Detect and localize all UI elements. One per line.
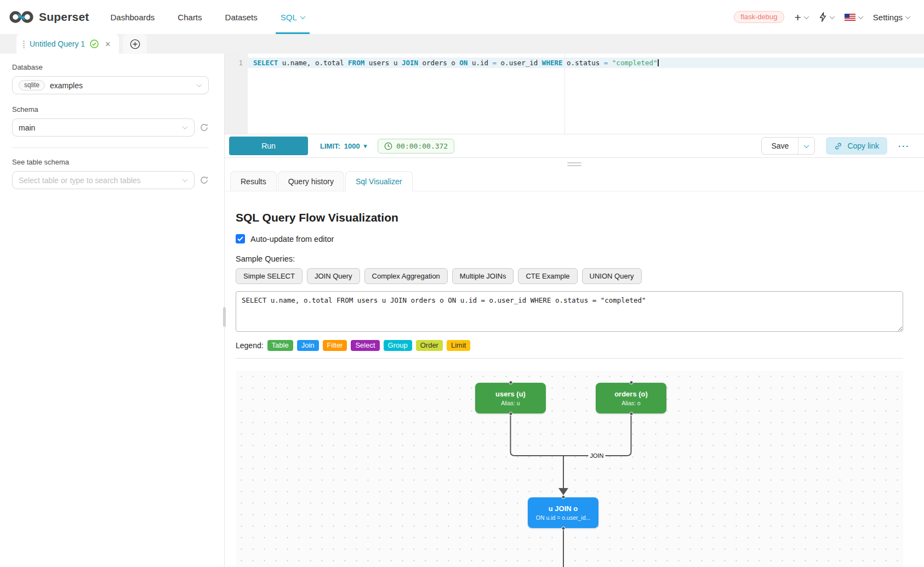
environment-tag: flask-debug: [734, 11, 784, 23]
sql-token-op: =: [493, 59, 497, 67]
flow-node-users[interactable]: users (u)Alias: u: [475, 383, 546, 413]
check-circle-icon: [90, 39, 99, 48]
flow-node-join[interactable]: u JOIN oON u.id = o.user_id...: [528, 497, 598, 528]
nav-item-sql[interactable]: SQL: [269, 0, 316, 34]
nav-item-label: Dashboards: [110, 13, 155, 22]
flow-edges: [236, 371, 903, 567]
add-query-tab-button[interactable]: [123, 34, 147, 54]
run-button[interactable]: Run: [229, 137, 308, 155]
caret-down-icon: ▾: [364, 143, 367, 150]
editor-code-area[interactable]: SELECT u.name, o.total FROM users u JOIN…: [248, 54, 924, 134]
nav-item-label: Datasets: [225, 13, 258, 22]
save-dropdown-button[interactable]: [798, 138, 814, 154]
more-actions-button[interactable]: ···: [898, 141, 910, 151]
close-icon[interactable]: ✕: [105, 40, 111, 48]
auto-update-checkbox[interactable]: [236, 234, 245, 243]
database-label: Database: [12, 63, 209, 71]
pane-resize-handle[interactable]: [567, 162, 581, 168]
node-subtitle: Alias: o: [621, 400, 640, 406]
settings-label: Settings: [873, 13, 903, 22]
sql-token-plain: users u: [364, 59, 402, 67]
sample-query-button-multiple-joins[interactable]: Multiple JOINs: [452, 268, 514, 284]
table-select[interactable]: Select table or type to search tables: [12, 171, 195, 189]
superset-logo[interactable]: Superset: [9, 10, 89, 24]
line-number: 1: [225, 58, 243, 68]
table-schema-label: See table schema: [12, 158, 209, 166]
lightning-icon: [819, 12, 827, 22]
navbar: Superset DashboardsChartsDatasetsSQL fla…: [0, 0, 924, 34]
node-title: orders (o): [614, 390, 648, 398]
auto-update-label: Auto-update from editor: [250, 235, 334, 243]
legend-label: Legend:: [236, 341, 264, 350]
query-text-input[interactable]: SELECT u.name, o.total FROM users u JOIN…: [236, 291, 903, 332]
connection-handle[interactable]: [561, 526, 565, 530]
adhoc-query-menu[interactable]: [819, 12, 834, 22]
nav-item-charts[interactable]: Charts: [166, 0, 213, 34]
language-menu[interactable]: [845, 14, 863, 21]
connection-handle[interactable]: [629, 381, 633, 384]
superset-infinity-icon: [9, 10, 34, 24]
connection-handle[interactable]: [561, 495, 565, 499]
nav-item-dashboards[interactable]: Dashboards: [99, 0, 166, 34]
tab-query-history[interactable]: Query history: [278, 171, 344, 191]
node-subtitle: Alias: u: [501, 400, 520, 406]
drag-handle-icon[interactable]: [23, 40, 25, 48]
tab-sql-visualizer[interactable]: Sql Visualizer: [345, 171, 413, 191]
limit-dropdown[interactable]: LIMIT: 1000 ▾: [320, 142, 367, 150]
sql-token-plain: o.status: [563, 59, 604, 67]
sample-query-button-cte-example[interactable]: CTE Example: [518, 268, 577, 284]
sample-query-button-complex-aggregation[interactable]: Complex Aggregation: [364, 268, 448, 284]
limit-value: 1000: [344, 142, 360, 150]
chevron-down-icon: [182, 177, 188, 182]
new-menu[interactable]: +: [795, 12, 808, 23]
legend-badge-select: Select: [351, 340, 379, 351]
legend-badge-filter: Filter: [323, 340, 347, 351]
sample-query-buttons: Simple SELECTJOIN QueryComplex Aggregati…: [236, 268, 903, 284]
connection-handle[interactable]: [509, 381, 512, 384]
sidebar-resize-handle[interactable]: [223, 307, 226, 327]
page-title: SQL Query Flow Visualization: [236, 211, 903, 224]
save-button[interactable]: Save: [762, 138, 798, 154]
chevron-down-icon: [905, 14, 911, 19]
schema-select[interactable]: main: [12, 118, 195, 137]
database-select[interactable]: sqlite examples: [12, 76, 209, 94]
sample-query-button-union-query[interactable]: UNION Query: [582, 268, 642, 284]
navbar-right: flask-debug + Set: [734, 11, 910, 23]
nav-item-datasets[interactable]: Datasets: [214, 0, 269, 34]
check-icon: [237, 236, 243, 241]
connection-handle[interactable]: [629, 412, 633, 416]
flow-canvas[interactable]: JOIN users (u)Alias: uorders (o)Alias: o…: [236, 371, 903, 567]
us-flag-icon: [845, 14, 855, 21]
copy-link-label: Copy link: [847, 141, 879, 150]
save-button-group: Save: [761, 137, 815, 155]
chevron-down-icon: [804, 143, 809, 148]
chevron-down-icon: [197, 82, 202, 87]
refresh-icon[interactable]: [199, 123, 209, 132]
arrowhead-icon: [558, 488, 568, 495]
refresh-icon[interactable]: [199, 175, 209, 185]
sql-token-kw: FROM: [348, 59, 364, 67]
tab-results[interactable]: Results: [230, 171, 277, 191]
database-value: examples: [50, 81, 192, 90]
legend-badge-group: Group: [384, 340, 412, 351]
legend-badge-order: Order: [416, 340, 443, 351]
node-title: u JOIN o: [549, 504, 578, 513]
connection-handle[interactable]: [509, 412, 512, 416]
query-timer: 00:00:00.372: [378, 139, 454, 154]
sample-query-button-join-query[interactable]: JOIN Query: [307, 268, 360, 284]
sql-editor[interactable]: 1 SELECT u.name, o.total FROM users u JO…: [225, 54, 924, 134]
chevron-down-icon: [803, 14, 809, 19]
schema-label: Schema: [12, 105, 209, 114]
schema-value: main: [19, 123, 178, 132]
settings-menu[interactable]: Settings: [873, 13, 910, 22]
query-tab-label: Untitled Query 1: [30, 39, 85, 48]
sample-query-button-simple-select[interactable]: Simple SELECT: [236, 268, 303, 284]
sql-token-plain: [608, 59, 612, 67]
chevron-down-icon: [182, 124, 188, 129]
database-engine-tag: sqlite: [19, 80, 45, 90]
flow-node-orders[interactable]: orders (o)Alias: o: [596, 383, 666, 413]
sql-token-kw: ON: [459, 59, 467, 67]
query-tab-active[interactable]: Untitled Query 1 ✕: [16, 34, 119, 54]
copy-link-button[interactable]: Copy link: [826, 137, 887, 155]
plus-icon: +: [795, 12, 801, 23]
